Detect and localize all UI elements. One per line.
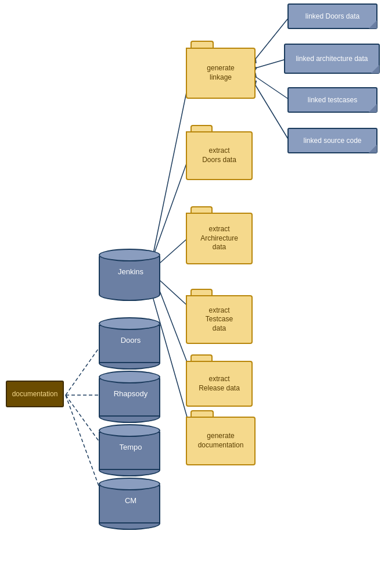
linked-testcases-label: linked testcases (308, 96, 357, 104)
extract-arch-label: extractArchirecturedata (200, 225, 238, 252)
linked-doors-doc: linked Doors data (287, 3, 377, 29)
linked-source-label: linked source code (303, 137, 361, 145)
generate-doc-folder: generatedocumentation (186, 410, 256, 465)
rhapsody-label: Rhapsody (99, 389, 163, 398)
rhapsody-cylinder: Rhapsody (99, 371, 163, 423)
tempo-cylinder: Tempo (99, 424, 163, 476)
doors-cylinder: Doors (99, 317, 163, 370)
generate-doc-label: generatedocumentation (198, 432, 244, 450)
cm-cylinder: CM (99, 478, 163, 530)
svg-line-4 (66, 395, 103, 499)
svg-line-5 (149, 76, 190, 273)
extract-release-folder: extractRelease data (186, 354, 253, 407)
extract-testcase-folder: extractTestcasedata (186, 289, 253, 344)
extract-doors-folder: extractDoors data (186, 125, 253, 180)
extract-testcase-label: extractTestcasedata (206, 306, 233, 334)
linked-arch-doc: linked architecture data (284, 44, 380, 74)
documentation-label: documentation (12, 390, 58, 398)
jenkins-label: Jenkins (99, 267, 163, 276)
linked-testcases-doc: linked testcases (287, 87, 377, 113)
linked-source-doc: linked source code (287, 128, 377, 153)
cm-label: CM (99, 496, 163, 505)
extract-release-label: extractRelease data (199, 375, 240, 393)
tempo-label: Tempo (99, 443, 163, 451)
linked-doors-label: linked Doors data (305, 12, 359, 20)
svg-line-13 (254, 76, 290, 100)
documentation-box: documentation (6, 381, 64, 407)
extract-doors-label: extractDoors data (202, 146, 236, 164)
doors-label: Doors (99, 336, 163, 345)
svg-line-14 (254, 83, 290, 142)
linked-arch-label: linked architecture data (296, 55, 368, 63)
generate-linkage-folder: generatelinkage (186, 41, 256, 99)
svg-line-3 (66, 395, 103, 447)
diagram: documentation Jenkins Doors Rhapsody Tem… (0, 0, 392, 563)
svg-line-1 (66, 342, 103, 395)
generate-linkage-label: generatelinkage (207, 64, 234, 82)
jenkins-cylinder: Jenkins (99, 249, 163, 301)
extract-arch-folder: extractArchirecturedata (186, 206, 253, 264)
